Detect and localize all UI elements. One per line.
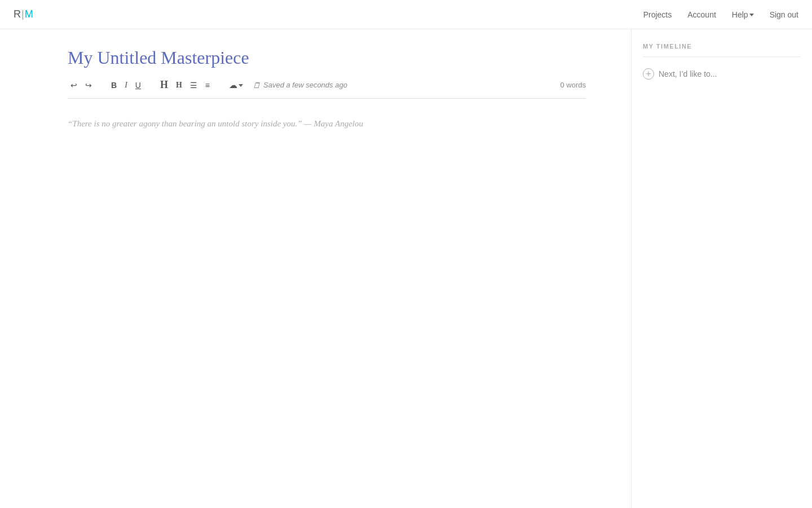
sidebar: MY TIMELINE + Next, I’d like to... bbox=[632, 29, 812, 508]
nav-account[interactable]: Account bbox=[687, 10, 716, 19]
ol-icon: ≡ bbox=[205, 81, 210, 90]
h1-button[interactable]: H bbox=[157, 77, 171, 93]
bold-button[interactable]: B bbox=[108, 79, 120, 91]
plus-icon: + bbox=[646, 69, 651, 78]
toolbar-save-status: 🗒 Saved a few seconds ago bbox=[253, 81, 347, 90]
ul-button[interactable]: ☰ bbox=[187, 79, 200, 91]
ul-icon: ☰ bbox=[190, 81, 197, 90]
sidebar-title: MY TIMELINE bbox=[643, 43, 801, 57]
help-label: Help bbox=[732, 10, 748, 19]
redo-icon: ↪ bbox=[85, 81, 92, 90]
logo: R|M bbox=[14, 8, 34, 20]
add-circle-icon: + bbox=[643, 68, 654, 80]
nav-help[interactable]: Help bbox=[732, 10, 754, 19]
toolbar: ↩ ↪ B I U H H ☰ bbox=[68, 77, 586, 99]
main-layout: My Untitled Masterpiece ↩ ↪ B I U H bbox=[0, 29, 812, 508]
cloud-icon: ☁ bbox=[229, 80, 237, 90]
doc-title[interactable]: My Untitled Masterpiece bbox=[68, 47, 586, 68]
nav-links: Projects Account Help Sign out bbox=[643, 10, 798, 19]
topnav: R|M Projects Account Help Sign out bbox=[0, 0, 812, 29]
undo-icon: ↩ bbox=[70, 81, 77, 90]
ol-button[interactable]: ≡ bbox=[202, 79, 213, 91]
h2-button[interactable]: H bbox=[173, 79, 185, 91]
logo-m: M bbox=[25, 8, 34, 20]
add-label: Next, I’d like to... bbox=[659, 69, 717, 78]
h2-icon: H bbox=[176, 81, 182, 90]
word-count: 0 words bbox=[560, 81, 586, 89]
cloud-button[interactable]: ☁ bbox=[226, 78, 246, 92]
editor-area: My Untitled Masterpiece ↩ ↪ B I U H bbox=[0, 29, 632, 508]
timeline-add-button[interactable]: + Next, I’d like to... bbox=[643, 68, 801, 80]
undo-button[interactable]: ↩ bbox=[68, 79, 80, 91]
underline-icon: U bbox=[135, 81, 141, 90]
nav-signout[interactable]: Sign out bbox=[770, 10, 798, 19]
underline-button[interactable]: U bbox=[133, 79, 144, 91]
cloud-chevron-icon bbox=[239, 84, 243, 87]
editor-content[interactable]: “There is no greater agony than bearing … bbox=[68, 117, 586, 343]
save-doc-icon: 🗒 bbox=[253, 81, 261, 90]
chevron-down-icon bbox=[749, 14, 754, 16]
italic-button[interactable]: I bbox=[122, 79, 130, 91]
nav-projects[interactable]: Projects bbox=[643, 10, 672, 19]
bold-icon: B bbox=[111, 81, 117, 90]
logo-r: R bbox=[14, 8, 21, 20]
editor-placeholder: “There is no greater agony than bearing … bbox=[68, 117, 586, 130]
italic-icon: I bbox=[125, 81, 127, 90]
h1-icon: H bbox=[160, 79, 168, 91]
redo-button[interactable]: ↪ bbox=[82, 79, 95, 91]
save-status-text: Saved a few seconds ago bbox=[263, 81, 347, 89]
